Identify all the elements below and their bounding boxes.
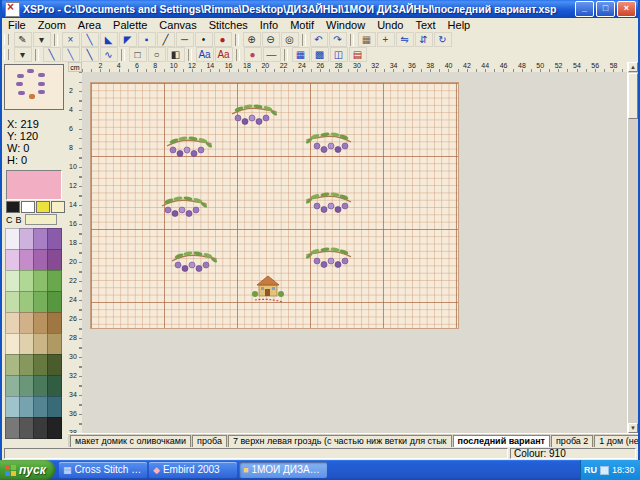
palette-color-swatch[interactable] [5,375,20,397]
palette-color-swatch[interactable] [47,396,62,418]
motif-olive-branch[interactable] [231,103,277,133]
palette-color-swatch[interactable] [47,375,62,397]
palette-color-swatch[interactable] [47,417,62,439]
scroll-down-button[interactable]: ▼ [628,423,638,433]
menu-item-undo[interactable]: Undo [371,19,409,31]
flip-vertical-button[interactable]: ⇵ [415,32,433,47]
french-knot-tool[interactable]: • [195,32,213,47]
quarter-stitch-tool[interactable]: ◣ [100,32,118,47]
palette-color-swatch[interactable] [19,228,34,250]
ellipse-tool[interactable]: ○ [148,47,166,62]
palette-color-swatch[interactable] [33,312,48,334]
long-stitch-tool[interactable]: ─ [176,32,194,47]
close-button[interactable]: × [617,1,636,17]
backstitch-color-button[interactable]: — [263,47,281,62]
palette-color-swatch[interactable] [19,375,34,397]
tray-clock[interactable]: 18:30 [612,465,635,475]
zoom-in-button[interactable]: ⊕ [243,32,261,47]
zoom-fit-button[interactable]: ◎ [281,32,299,47]
line-thin-tool[interactable]: ╲ [43,47,61,62]
palette-color-swatch[interactable] [47,270,62,292]
vertical-scrollbar[interactable]: ▲ ▼ [627,62,638,433]
motif-olive-branch[interactable] [306,191,352,221]
redo-button[interactable]: ↷ [329,32,347,47]
palette-color-swatch[interactable] [19,312,34,334]
thread-color-button[interactable]: ● [244,47,262,62]
palette-color-swatch[interactable] [5,354,20,376]
three-quarter-stitch-tool[interactable]: ◤ [119,32,137,47]
menu-item-text[interactable]: Text [409,19,441,31]
palette-color-swatch[interactable] [19,333,34,355]
bead-tool[interactable]: ● [214,32,232,47]
tray-app-icon[interactable] [600,466,609,475]
palette-color-swatch[interactable] [33,270,48,292]
pencil-tool[interactable]: ✎ [14,32,32,47]
palette-color-swatch[interactable] [47,333,62,355]
palette-color-swatch[interactable] [47,228,62,250]
blend-color-swatch[interactable] [25,214,57,225]
menu-item-palette[interactable]: Palette [107,19,153,31]
minimize-button[interactable]: _ [575,1,594,17]
maximize-button[interactable]: □ [596,1,615,17]
motif-olive-branch[interactable] [161,195,207,225]
menu-item-info[interactable]: Info [254,19,284,31]
motif-library-button[interactable]: ▦ [292,47,310,62]
palette-color-swatch[interactable] [19,270,34,292]
toolbar-grip[interactable] [4,49,9,60]
motif-olive-branch[interactable] [306,246,352,276]
center-design-button[interactable]: + [377,32,395,47]
palette-color-swatch[interactable] [5,333,20,355]
line-medium-tool[interactable]: ╲ [62,47,80,62]
start-button[interactable]: пуск [0,460,55,480]
scroll-up-button[interactable]: ▲ [628,62,638,72]
fabric-view-button[interactable]: ▤ [349,47,367,62]
menu-item-window[interactable]: Window [320,19,371,31]
language-indicator[interactable]: RU [584,465,597,475]
palette-color-swatch[interactable] [5,417,20,439]
design-canvas[interactable] [82,72,628,433]
palette-color-swatch[interactable] [5,249,20,271]
palette-color-swatch[interactable] [47,249,62,271]
menu-item-motif[interactable]: Motif [284,19,320,31]
taskbar-task-3[interactable]: ■1МОИ ДИЗАЙНЫ [239,462,327,478]
menu-item-stitches[interactable]: Stitches [203,19,254,31]
petite-stitch-tool[interactable]: ▪ [138,32,156,47]
palette-color-swatch[interactable] [33,291,48,313]
taskbar-task-1[interactable]: ▦Cross Stitch Pro... [59,462,147,478]
quick-color-swatch[interactable] [6,201,20,213]
palette-color-swatch[interactable] [33,396,48,418]
design-preview[interactable] [4,64,64,110]
quick-color-swatch[interactable] [21,201,35,213]
scrollbar-thumb[interactable] [628,73,638,119]
palette-color-swatch[interactable] [19,396,34,418]
quick-color-swatch[interactable] [36,201,50,213]
menu-item-file[interactable]: File [2,19,32,31]
menu-item-area[interactable]: Area [72,19,107,31]
palette-color-swatch[interactable] [33,375,48,397]
palette-color-swatch[interactable] [33,354,48,376]
backstitch-tool[interactable]: ╱ [157,32,175,47]
taskbar-task-2[interactable]: ◆Embird 2003 [149,462,237,478]
palette-color-swatch[interactable] [33,249,48,271]
full-stitch-tool[interactable]: × [62,32,80,47]
palette-color-swatch[interactable] [5,270,20,292]
rotate-button[interactable]: ↻ [434,32,452,47]
palette-color-swatch[interactable] [19,354,34,376]
line-thick-tool[interactable]: ╲ [81,47,99,62]
palette-color-swatch[interactable] [5,312,20,334]
quick-color-swatch[interactable] [51,201,65,213]
palette-color-swatch[interactable] [47,291,62,313]
text-color-tool[interactable]: Aa [215,47,233,62]
palette-color-swatch[interactable] [5,228,20,250]
palette-color-swatch[interactable] [19,249,34,271]
select-tool[interactable]: ▾ [14,47,32,62]
palette-color-swatch[interactable] [5,396,20,418]
motif-olive-branch[interactable] [306,131,352,161]
fill-tool[interactable]: ◧ [167,47,185,62]
motif-olive-branch[interactable] [171,250,217,280]
palette-color-swatch[interactable] [5,291,20,313]
stitch-grid[interactable] [90,82,459,329]
text-tool[interactable]: Aa [196,47,214,62]
undo-button[interactable]: ↶ [310,32,328,47]
palette-color-swatch[interactable] [33,333,48,355]
